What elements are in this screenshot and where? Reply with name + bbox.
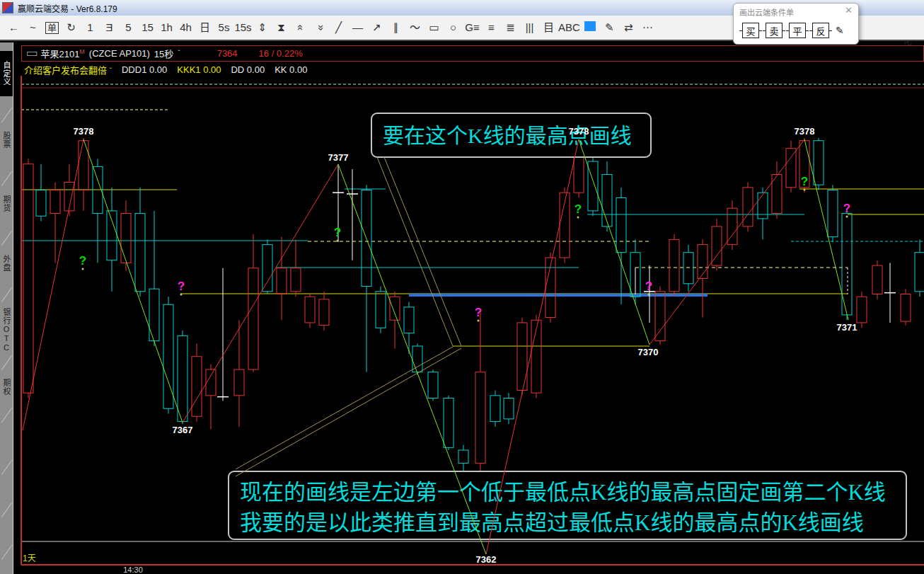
toolbar-chevrons-up-icon[interactable]: «: [291, 18, 310, 38]
toolbar-period-15sec-icon[interactable]: 15s: [233, 18, 253, 37]
toolbar-speed-lines-icon[interactable]: ≣: [501, 18, 520, 37]
toolbar-eraser-icon[interactable]: ✎: [600, 18, 619, 37]
candle-body: [319, 299, 329, 326]
candle-body: [669, 239, 679, 292]
sidebar-divider: [1, 231, 12, 246]
toolbar-period-1hour-icon[interactable]: 1h: [157, 18, 176, 37]
candle-body: [901, 294, 911, 322]
toolbar-period-5min-icon[interactable]: 5: [119, 18, 138, 37]
toolbar-golden-section-icon[interactable]: G≡: [463, 18, 482, 37]
candle-body: [192, 357, 202, 417]
sidebar-tab-2[interactable]: 股票: [0, 127, 13, 153]
toolbar-parallel-lines-icon[interactable]: ∥: [386, 18, 405, 37]
period-selector[interactable]: 15秒: [154, 47, 173, 60]
link-icon[interactable]: ⊏⊐: [26, 49, 36, 58]
candle-body: [712, 226, 722, 265]
chart-period-label: 1天: [23, 553, 36, 563]
question-marker: ?: [574, 202, 582, 216]
symbol-code: (CZCE AP101): [89, 48, 150, 59]
candle-body: [857, 297, 867, 323]
toolbar-rectangle-tool-icon[interactable]: ▭: [425, 18, 444, 37]
question-marker: ?: [79, 254, 86, 268]
reverse-button[interactable]: 反: [812, 23, 829, 38]
candlestick-chart[interactable]: 要在这个K线的最高点画线现在的画线是左边第一个低于最低点K线的最高点固定画第二个…: [0, 0, 924, 574]
symbol-superscript: M: [79, 48, 85, 55]
candle-body: [121, 214, 131, 263]
sidebar-tab-4[interactable]: 外盘: [0, 249, 13, 277]
zigzag-up-line: [649, 139, 804, 345]
candle-body: [277, 268, 287, 294]
toolbar-more-icon[interactable]: ⋯: [638, 18, 657, 37]
toolbar-ray-line-icon[interactable]: ↗: [367, 18, 386, 37]
marker-dot: [804, 189, 806, 191]
candle-body: [23, 164, 33, 393]
question-marker: ?: [801, 175, 808, 188]
close-position-button[interactable]: 平: [789, 23, 806, 38]
toolbar-period-3min-icon[interactable]: Ǝ: [100, 18, 119, 37]
sidebar-divider: [1, 545, 12, 560]
toolbar-zigzag-line-icon[interactable]: 〜: [405, 18, 425, 37]
toolbar-period-5sec-icon[interactable]: 5s: [214, 18, 233, 37]
candle-body: [872, 265, 882, 294]
candle-body: [262, 245, 272, 292]
toolbar-gann-box-icon[interactable]: 目: [539, 18, 558, 37]
sidebar-tab-6[interactable]: 期权: [0, 374, 13, 401]
candle-body: [517, 323, 527, 391]
candle-body: [305, 297, 315, 323]
buy-button[interactable]: 买: [742, 23, 759, 38]
window-title: 赢顺云端交易 - Ver6.8.179: [18, 2, 117, 14]
candle-body: [79, 141, 88, 190]
toolbar-period-15min-icon[interactable]: 15: [138, 18, 157, 37]
chevron-down-icon[interactable]: ˇ: [178, 50, 180, 57]
question-marker: ?: [334, 226, 341, 239]
toolbar-horizontal-line-icon[interactable]: —: [348, 18, 367, 37]
indicator-field-dd: DD 0.00: [231, 64, 265, 75]
symbol-name: 苹果2101M: [40, 47, 84, 60]
toolbar-line-chart-icon[interactable]: ~: [23, 18, 42, 37]
toolbar-percent-lines-icon[interactable]: ≡: [482, 18, 501, 37]
candle-body: [234, 369, 244, 396]
zigzag-up-line: [23, 139, 83, 430]
toolbar-circle-tool-icon[interactable]: ○: [444, 18, 463, 37]
candle-body: [490, 396, 500, 422]
toolbar-indicator-list-icon[interactable]: ⇄: [619, 18, 638, 37]
toolbar-chevrons-down-icon[interactable]: «: [311, 18, 329, 38]
annotation-leader-line: [384, 157, 461, 346]
draw-pen-icon[interactable]: ✎: [836, 25, 844, 36]
toolbar-period-4hour-icon[interactable]: 4h: [176, 18, 195, 37]
toolbar-trend-line-icon[interactable]: ╱: [329, 18, 348, 37]
toolbar-hourglass-icon[interactable]: ⧗: [272, 18, 291, 37]
sidebar-divider: [1, 460, 12, 475]
toolbar-period-1min-icon[interactable]: 1: [81, 18, 100, 37]
annotation-text: 我要的是以此类推直到最高点超过最低点K线的最高点的K线画线: [240, 510, 864, 535]
toolbar-order-ticket-icon[interactable]: 单: [42, 18, 62, 37]
toolbar-period-day-icon[interactable]: 日: [195, 18, 214, 37]
candle-body: [178, 335, 187, 421]
candle-body: [376, 292, 386, 328]
sell-button[interactable]: 卖: [766, 23, 782, 38]
sidebar-divider: [1, 108, 12, 122]
candle-body: [444, 398, 454, 448]
toolbar-cycle-lines-icon[interactable]: |||: [520, 18, 539, 37]
question-marker: ?: [475, 306, 482, 319]
toolbar-color-swatch-icon[interactable]: [580, 18, 600, 37]
candle-body: [655, 292, 665, 341]
sidebar-tab-1[interactable]: 自定义: [0, 51, 13, 96]
price-label: 7377: [328, 152, 349, 163]
sidebar-tab-3[interactable]: 期货: [0, 190, 13, 218]
toolbar-back-icon[interactable]: ←: [4, 18, 23, 37]
candle-body: [404, 307, 414, 333]
toolbar-text-tool-icon[interactable]: ABC: [558, 18, 580, 37]
candle-body: [248, 268, 258, 369]
chevron-down-icon: ˇ: [110, 67, 112, 75]
indicator-name[interactable]: 介绍客户发布会翻倍 ˇ: [24, 63, 112, 76]
close-icon[interactable]: ✕: [845, 6, 853, 18]
candle-body: [107, 211, 117, 260]
sidebar-tab-5[interactable]: 银行OTC: [0, 306, 13, 354]
question-marker: ?: [645, 280, 652, 293]
toolbar-refresh-icon[interactable]: ↻: [62, 18, 81, 37]
toolbar-expand-vertical-icon[interactable]: ⇕: [253, 18, 272, 37]
zigzag-down-line: [83, 139, 183, 423]
candle-body: [475, 372, 485, 464]
market-sidebar: 自定义股票期货外盘银行OTC期权: [0, 42, 13, 574]
